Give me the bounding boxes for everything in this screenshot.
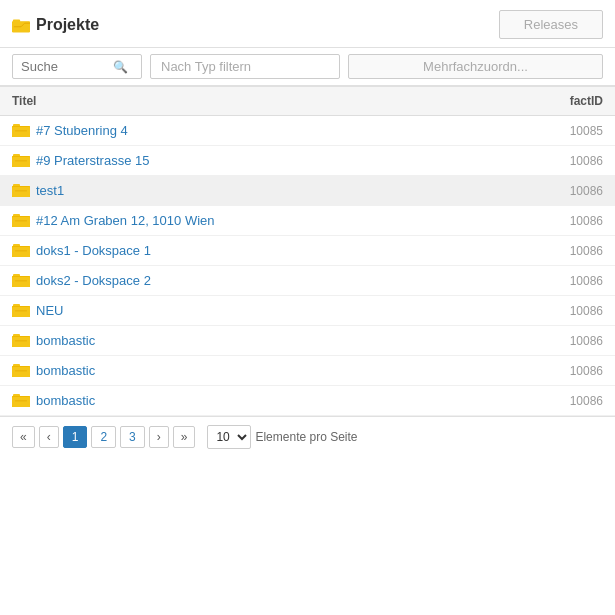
last-page-button[interactable]: » (173, 426, 196, 448)
search-box[interactable]: 🔍 (12, 54, 142, 79)
row-factid: 10086 (543, 184, 603, 198)
svg-rect-7 (12, 127, 30, 137)
row-title-text: #9 Praterstrasse 15 (36, 153, 149, 168)
svg-rect-47 (12, 367, 30, 377)
per-page-label: Elemente pro Seite (255, 430, 357, 444)
row-factid: 10086 (543, 304, 603, 318)
releases-button[interactable]: Releases (499, 10, 603, 39)
toolbar: 🔍 Nach Typ filtern Mehrfachzuordn... (0, 48, 615, 86)
svg-rect-43 (15, 340, 27, 342)
table-row[interactable]: bombastic 10086 (0, 386, 615, 416)
table-header: Titel factID (0, 87, 615, 116)
type-filter[interactable]: Nach Typ filtern (150, 54, 340, 79)
per-page-container: 10 25 50 Elemente pro Seite (207, 425, 357, 449)
folder-icon (12, 123, 30, 138)
multi-assign-button[interactable]: Mehrfachzuordn... (348, 54, 603, 79)
folder-icon (12, 213, 30, 228)
svg-rect-8 (15, 130, 27, 132)
row-factid: 10085 (543, 124, 603, 138)
col-factid-header: factID (543, 94, 603, 108)
first-page-button[interactable]: « (12, 426, 35, 448)
folder-icon (12, 393, 30, 408)
header: Projekte Releases (0, 0, 615, 48)
svg-rect-38 (15, 310, 27, 312)
folder-icon (12, 243, 30, 258)
folder-icon (12, 303, 30, 318)
row-title: #12 Am Graben 12, 1010 Wien (12, 213, 543, 228)
table-body: #7 Stubenring 4 10085 #9 Praterstrasse 1… (0, 116, 615, 416)
table-row[interactable]: doks1 - Dokspace 1 10086 (0, 236, 615, 266)
page-2-button[interactable]: 2 (91, 426, 116, 448)
folder-icon (12, 153, 30, 168)
page-1-button[interactable]: 1 (63, 426, 88, 448)
row-title-text: bombastic (36, 333, 95, 348)
row-factid: 10086 (543, 364, 603, 378)
row-factid: 10086 (543, 214, 603, 228)
row-factid: 10086 (543, 244, 603, 258)
table-row[interactable]: NEU 10086 (0, 296, 615, 326)
search-input[interactable] (21, 59, 111, 74)
row-title: doks1 - Dokspace 1 (12, 243, 543, 258)
folder-icon (12, 333, 30, 348)
svg-rect-32 (12, 277, 30, 287)
table-row[interactable]: #12 Am Graben 12, 1010 Wien 10086 (0, 206, 615, 236)
table-row[interactable]: test1 10086 (0, 176, 615, 206)
folder-icon (12, 363, 30, 378)
next-page-button[interactable]: › (149, 426, 169, 448)
svg-rect-52 (12, 397, 30, 407)
header-left: Projekte (12, 16, 99, 34)
row-title: bombastic (12, 333, 543, 348)
page-3-button[interactable]: 3 (120, 426, 145, 448)
svg-rect-23 (15, 220, 27, 222)
svg-rect-53 (15, 400, 27, 402)
row-title: bombastic (12, 363, 543, 378)
table: Titel factID #7 Stubenring 4 10085 #9 Pr… (0, 86, 615, 416)
row-factid: 10086 (543, 154, 603, 168)
row-title-text: doks2 - Dokspace 2 (36, 273, 151, 288)
svg-rect-42 (12, 337, 30, 347)
row-title-text: bombastic (36, 363, 95, 378)
svg-rect-27 (12, 247, 30, 257)
row-title-text: doks1 - Dokspace 1 (36, 243, 151, 258)
table-row[interactable]: doks2 - Dokspace 2 10086 (0, 266, 615, 296)
row-title-text: test1 (36, 183, 64, 198)
prev-page-button[interactable]: ‹ (39, 426, 59, 448)
svg-rect-18 (15, 190, 27, 192)
page-title: Projekte (36, 16, 99, 34)
folder-icon (12, 17, 30, 32)
folder-icon (12, 273, 30, 288)
folder-icon (12, 183, 30, 198)
svg-rect-13 (15, 160, 27, 162)
row-title-text: bombastic (36, 393, 95, 408)
row-factid: 10086 (543, 334, 603, 348)
table-row[interactable]: #9 Praterstrasse 15 10086 (0, 146, 615, 176)
pagination: « ‹ 1 2 3 › » 10 25 50 Elemente pro Seit… (0, 416, 615, 457)
svg-rect-28 (15, 250, 27, 252)
svg-rect-48 (15, 370, 27, 372)
row-title: test1 (12, 183, 543, 198)
row-factid: 10086 (543, 274, 603, 288)
col-title-header: Titel (12, 94, 543, 108)
row-title: doks2 - Dokspace 2 (12, 273, 543, 288)
svg-rect-33 (15, 280, 27, 282)
svg-rect-17 (12, 187, 30, 197)
row-title-text: #12 Am Graben 12, 1010 Wien (36, 213, 215, 228)
per-page-select[interactable]: 10 25 50 (207, 425, 251, 449)
svg-rect-12 (12, 157, 30, 167)
row-title-text: NEU (36, 303, 63, 318)
svg-rect-37 (12, 307, 30, 317)
svg-rect-22 (12, 217, 30, 227)
row-title: #7 Stubenring 4 (12, 123, 543, 138)
table-row[interactable]: bombastic 10086 (0, 326, 615, 356)
row-title-text: #7 Stubenring 4 (36, 123, 128, 138)
search-icon: 🔍 (113, 60, 128, 74)
row-title: NEU (12, 303, 543, 318)
row-title: bombastic (12, 393, 543, 408)
row-title: #9 Praterstrasse 15 (12, 153, 543, 168)
table-row[interactable]: #7 Stubenring 4 10085 (0, 116, 615, 146)
row-factid: 10086 (543, 394, 603, 408)
table-row[interactable]: bombastic 10086 (0, 356, 615, 386)
